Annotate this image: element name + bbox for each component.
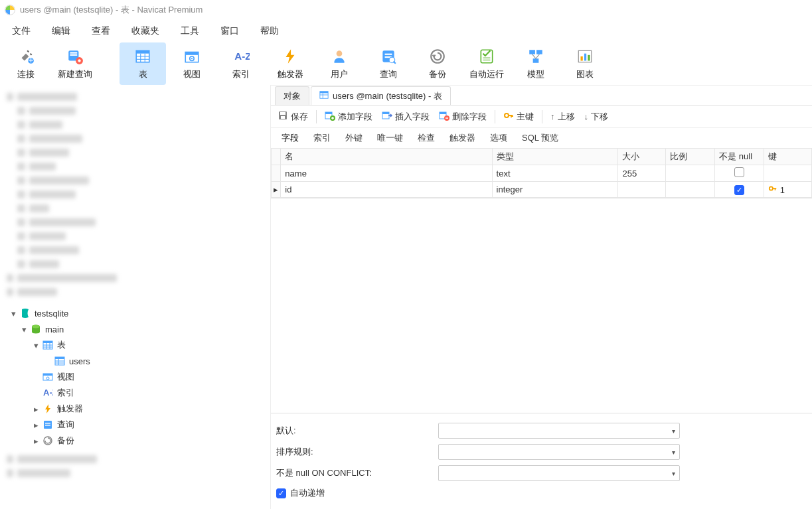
cell-key[interactable]: 1 — [764, 182, 812, 198]
toolbar-trigger[interactable]: 触发器 — [267, 42, 313, 85]
col-type[interactable]: 类型 — [492, 149, 618, 165]
checkbox-checked[interactable]: ✓ — [734, 185, 744, 195]
tree-views-label: 视图 — [56, 371, 74, 383]
fields-grid: 名 类型 大小 比例 不是 null 键 name text 255 — [271, 148, 812, 198]
moveup-button[interactable]: ↑ 上移 — [546, 108, 579, 125]
prop-collate-select[interactable]: ▾ — [438, 444, 680, 460]
chevron-right-icon: ▸ — [32, 421, 40, 429]
col-key[interactable]: 键 — [764, 149, 812, 165]
svg-line-34 — [536, 54, 539, 59]
addfield-button[interactable]: 添加字段 — [321, 108, 376, 125]
toolbar-model[interactable]: 模型 — [513, 42, 559, 85]
cell-scale[interactable] — [666, 182, 715, 198]
col-scale[interactable]: 比例 — [666, 149, 715, 165]
ftab-sqlpreview[interactable]: SQL 预览 — [515, 128, 565, 148]
tree-queries[interactable]: ▸ 查询 — [0, 417, 270, 433]
cell-name[interactable]: id — [281, 182, 492, 198]
ftab-options[interactable]: 选项 — [483, 128, 514, 148]
menu-window[interactable]: 窗口 — [211, 21, 248, 41]
ftab-check[interactable]: 检查 — [411, 128, 442, 148]
col-name[interactable]: 名 — [281, 149, 492, 165]
menubar: 文件 编辑 查看 收藏夹 工具 窗口 帮助 — [0, 20, 812, 42]
connection-tree: ▾ testsqlite ▾ main ▾ 表 ▾ users ▾ — [0, 304, 270, 450]
toolbar-index[interactable]: A-Z 索引 — [218, 42, 264, 85]
toolbar-autorun[interactable]: 自动运行 — [463, 42, 510, 85]
grid-row[interactable]: ▸ id integer ✓ 1 — [272, 182, 812, 198]
tree-database[interactable]: ▾ main — [0, 321, 270, 337]
deletefield-button[interactable]: 删除字段 — [435, 108, 491, 125]
svg-text:A-Z: A-Z — [234, 50, 250, 62]
menu-view[interactable]: 查看 — [82, 21, 120, 41]
toolbar-backup[interactable]: 备份 — [414, 42, 461, 85]
chevron-right-icon: ▸ — [32, 437, 40, 445]
svg-text:A-Z: A-Z — [43, 388, 53, 398]
nav-blurred-section-2 — [0, 450, 270, 485]
toolbar-index-label: 索引 — [232, 68, 250, 80]
svg-text:+: + — [28, 54, 33, 65]
toolbar-chart[interactable]: 图表 — [562, 42, 608, 85]
toolbar-user[interactable]: 用户 — [316, 42, 363, 85]
cell-notnull[interactable]: ✓ — [715, 182, 764, 198]
insertfield-button[interactable]: 插入字段 — [378, 108, 434, 125]
query-icon — [42, 419, 53, 430]
svg-rect-36 — [581, 56, 583, 61]
ftab-indexes[interactable]: 索引 — [307, 128, 337, 148]
save-button[interactable]: 保存 — [274, 108, 312, 125]
cell-notnull[interactable] — [715, 165, 764, 182]
tree-table-users[interactable]: ▾ users — [0, 353, 270, 369]
tab-current[interactable]: users @main (testsqlite) - 表 — [311, 86, 451, 105]
prop-collate-label: 排序规则: — [276, 446, 430, 458]
tree-tables-label: 表 — [56, 339, 66, 351]
menu-file[interactable]: 文件 — [3, 21, 40, 41]
prop-notnull-conflict-select[interactable]: ▾ — [438, 465, 680, 481]
tab-current-label: users @main (testsqlite) - 表 — [333, 90, 442, 102]
ftab-unique[interactable]: 唯一键 — [370, 128, 410, 148]
cell-size[interactable] — [618, 182, 666, 198]
key-icon — [768, 185, 777, 195]
tree-tables[interactable]: ▾ 表 — [0, 337, 270, 353]
toolbar-view[interactable]: 视图 — [169, 42, 215, 85]
cell-scale[interactable] — [666, 165, 715, 182]
primarykey-button[interactable]: 主键 — [499, 108, 538, 125]
svg-rect-4 — [70, 52, 77, 54]
col-size[interactable]: 大小 — [618, 149, 666, 165]
ftab-fk[interactable]: 外键 — [339, 128, 369, 148]
svg-rect-58 — [45, 425, 50, 426]
cell-type[interactable]: text — [492, 165, 618, 182]
cell-type[interactable]: integer — [492, 182, 618, 198]
svg-point-20 — [337, 50, 343, 56]
app-icon — [4, 4, 16, 16]
insertfield-icon — [382, 110, 392, 123]
view-icon — [42, 372, 53, 382]
toolbar-query[interactable]: 查询 — [365, 42, 412, 85]
deletefield-label: 删除字段 — [452, 111, 487, 123]
menu-help[interactable]: 帮助 — [251, 21, 288, 41]
menu-edit[interactable]: 编辑 — [42, 21, 80, 41]
toolbar-table[interactable]: 表 — [120, 42, 166, 85]
tree-backups[interactable]: ▸ 备份 — [0, 433, 270, 449]
main-toolbar: + 连接 新建查询 表 视图 A-Z 索引 触发器 用户 查询 备份 自动运行 … — [0, 42, 812, 85]
grid-row[interactable]: name text 255 — [272, 165, 812, 182]
autoinc-checkbox[interactable]: ✓ — [276, 488, 286, 498]
toolbar-newquery[interactable]: 新建查询 — [52, 42, 98, 85]
cell-key[interactable] — [764, 165, 812, 182]
tab-objects[interactable]: 对象 — [275, 86, 309, 105]
tree-indexes[interactable]: ▾ A-Z 索引 — [0, 385, 270, 401]
movedown-button[interactable]: ↓ 下移 — [580, 108, 613, 125]
svg-rect-10 — [136, 50, 149, 53]
col-notnull[interactable]: 不是 null — [715, 149, 764, 165]
menu-tools[interactable]: 工具 — [171, 21, 208, 41]
menu-fav[interactable]: 收藏夹 — [122, 21, 169, 41]
ftab-trigger[interactable]: 触发器 — [443, 128, 482, 148]
checkbox[interactable] — [734, 167, 744, 177]
cell-name[interactable]: name — [281, 165, 492, 182]
toolbar-connect[interactable]: + 连接 — [3, 42, 49, 85]
prop-default-select[interactable]: ▾ — [438, 423, 680, 439]
addfield-label: 添加字段 — [338, 111, 372, 123]
tree-triggers[interactable]: ▸ 触发器 — [0, 401, 270, 417]
newquery-icon — [66, 47, 84, 66]
tree-connection[interactable]: ▾ testsqlite — [0, 305, 270, 321]
ftab-fields[interactable]: 字段 — [275, 128, 305, 148]
cell-size[interactable]: 255 — [618, 165, 666, 182]
tree-views[interactable]: ▾ 视图 — [0, 369, 270, 385]
